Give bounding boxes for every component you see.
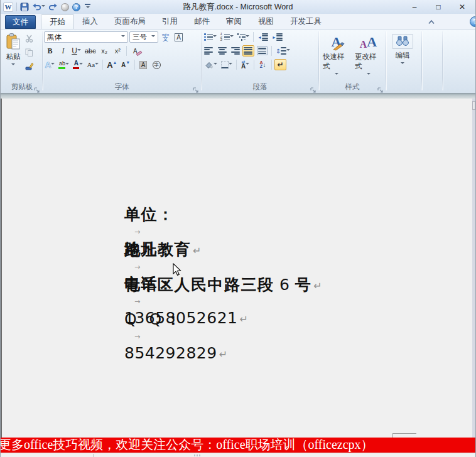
subscript-button[interactable]: x₂ (99, 45, 111, 56)
borders-caret[interactable] (229, 63, 232, 67)
paragraph-mark: ↵ (239, 313, 247, 325)
tab-mailings[interactable]: 邮件 (186, 14, 218, 29)
close-button[interactable]: ✕ (450, 0, 474, 14)
scrollbar-up-remnant[interactable] (472, 101, 475, 110)
decrease-indent-button[interactable]: ◄ (256, 31, 269, 43)
format-painter-button[interactable] (23, 60, 35, 72)
status-bar-divider (93, 454, 94, 457)
undo-dropdown-caret[interactable] (41, 5, 45, 9)
quick-styles-caret[interactable] (335, 73, 338, 77)
field-label: 电话： (124, 275, 175, 293)
minimize-ribbon-button[interactable] (426, 17, 436, 26)
font-color-caret[interactable] (79, 63, 83, 67)
font-dialog-launcher-icon[interactable] (193, 85, 199, 91)
show-hide-marks-button[interactable]: ↵ (274, 59, 286, 70)
enclose-characters-button[interactable]: 字 (151, 59, 163, 70)
promo-banner: 更多office技巧视频，欢迎关注公众号：office职场培训（officezc… (1, 438, 475, 453)
italic-button[interactable]: I (57, 45, 69, 56)
change-case-caret[interactable] (95, 63, 99, 67)
phonetic-guide-button[interactable]: wén文 (160, 31, 171, 43)
paste-caret[interactable] (11, 63, 15, 67)
align-right-button[interactable] (229, 45, 241, 56)
cut-button[interactable] (23, 33, 35, 44)
sort-button[interactable]: AZ↓ (257, 59, 269, 70)
quick-styles-label: 快速样式 (323, 52, 350, 71)
tab-home[interactable]: 开始 (41, 14, 74, 29)
text-highlight-caret[interactable] (65, 63, 69, 67)
numbering-button[interactable]: 123 (219, 31, 235, 43)
grow-font-button[interactable]: A▲ (105, 59, 118, 70)
tab-file[interactable]: 文件 (5, 15, 36, 29)
tab-review[interactable]: 审阅 (218, 14, 250, 29)
document-area[interactable]: 单位：→路凡教育↵ 地址：→青羊区人民中路三段 6 号↵ 电话：→1365805… (1, 99, 475, 438)
font-color-button[interactable]: A (72, 59, 84, 70)
text-effects-caret[interactable] (51, 63, 55, 67)
save-icon[interactable] (20, 3, 29, 11)
paste-button[interactable]: 粘贴 (3, 31, 23, 83)
field-label: 单位： (124, 205, 175, 223)
increase-indent-button[interactable]: ► (271, 31, 284, 43)
undo-button[interactable] (32, 3, 45, 11)
clear-formatting-button[interactable]: A (129, 45, 141, 56)
word-logo-icon[interactable]: W (3, 3, 13, 12)
underline-caret[interactable] (77, 49, 81, 53)
tab-page-layout[interactable]: 页面布局 (106, 14, 154, 29)
change-case-button[interactable]: Aa (85, 59, 100, 70)
redo-icon[interactable] (48, 3, 58, 11)
editing-caret[interactable] (401, 62, 404, 66)
multilevel-list-button[interactable] (236, 31, 251, 43)
text-highlight-button[interactable]: ab (57, 59, 70, 70)
change-styles-caret[interactable] (367, 73, 371, 77)
font-size-caret (151, 35, 155, 39)
tab-developer[interactable]: 开发工具 (282, 14, 330, 29)
qat-customize-button[interactable] (84, 4, 92, 10)
asian-layout-icon: ⇄A (241, 60, 246, 70)
font-size-combo[interactable]: 三号 (129, 31, 158, 43)
change-styles-button[interactable]: A A 更改样式 (352, 31, 384, 83)
qat-help-icon[interactable]: ? (72, 3, 80, 11)
tab-insert[interactable]: 插入 (74, 14, 106, 29)
sort-down-arrow: ↓ (263, 62, 266, 68)
quick-styles-button[interactable]: A 快速样式 (320, 31, 352, 83)
help-button[interactable]: ? (470, 16, 476, 27)
strikethrough-button[interactable]: abc (84, 45, 97, 56)
bullets-caret[interactable] (213, 35, 217, 39)
paste-icon (6, 33, 21, 50)
align-left-button[interactable] (203, 45, 215, 56)
character-shading-button[interactable]: A (138, 59, 149, 70)
font-name-combo[interactable]: 黑体 (44, 31, 128, 43)
shading-caret[interactable] (214, 63, 217, 67)
maximize-button[interactable]: □ (426, 0, 450, 14)
asian-layout-button[interactable]: ⇄A (239, 59, 251, 70)
align-center-button[interactable] (216, 45, 228, 56)
clipboard-dialog-launcher-icon[interactable] (34, 85, 40, 91)
minimize-button[interactable]: – (403, 0, 426, 14)
tab-view[interactable]: 视图 (250, 14, 282, 29)
bold-button[interactable]: B (44, 45, 56, 56)
group-paragraph: 123 ◄ ► ⇕ (202, 30, 318, 93)
distributed-button[interactable] (256, 45, 269, 56)
shading-button[interactable] (203, 59, 219, 70)
scrollbar-track[interactable] (472, 99, 475, 438)
bullets-button[interactable] (203, 31, 218, 43)
styles-dialog-launcher-icon[interactable] (377, 85, 384, 91)
justify-button[interactable] (242, 45, 254, 56)
line-spacing-button[interactable]: ⇕ (274, 45, 291, 56)
paragraph-dialog-launcher-icon[interactable] (310, 85, 316, 91)
chevron-up-icon (428, 19, 435, 24)
asian-layout-caret[interactable] (246, 63, 249, 67)
multilevel-caret[interactable] (246, 35, 249, 39)
underline-icon: U (72, 46, 77, 55)
text-effects-button[interactable]: A (44, 59, 56, 70)
superscript-button[interactable]: x² (112, 45, 124, 56)
copy-button[interactable] (23, 46, 35, 58)
tab-references[interactable]: 引用 (154, 14, 186, 29)
editing-button[interactable]: 编辑 (387, 31, 418, 83)
numbering-caret[interactable] (230, 35, 234, 39)
shrink-font-button[interactable]: A▼ (120, 59, 132, 70)
underline-button[interactable]: U (70, 45, 82, 56)
doc-line-qq[interactable]: Q Q：→854292829↵ (124, 309, 227, 362)
line-spacing-caret[interactable] (286, 49, 290, 53)
borders-button[interactable] (220, 59, 234, 70)
character-border-button[interactable]: A (173, 31, 185, 43)
